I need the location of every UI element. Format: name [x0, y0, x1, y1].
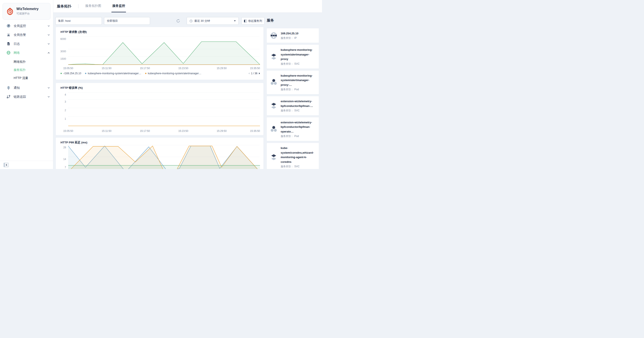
chart-canvas	[68, 83, 260, 135]
bell-icon	[6, 86, 11, 90]
sidebar-subitem-服务拓扑[interactable]: 服务拓扑	[0, 66, 53, 74]
x-axis-tick: 15:23:50	[178, 67, 188, 70]
service-card[interactable]: kube-system/coredns,whizard-monitoring-a…	[267, 143, 319, 169]
legend-next-icon[interactable]	[259, 72, 260, 74]
time-range-select[interactable]: 最近 30 分钟	[187, 17, 239, 25]
collapse-services-button[interactable]: 收起服务列	[242, 17, 264, 25]
sidebar-item-全局告警[interactable]: 全局告警	[0, 30, 53, 39]
chart-canvas	[68, 138, 260, 169]
service-name: extension-wiztelemetry-bpfconductor/bpfm…	[281, 120, 316, 134]
x-axis-tick: 15:11:50	[102, 129, 112, 132]
refresh-icon[interactable]	[176, 19, 180, 23]
service-type-value: IP	[294, 37, 297, 40]
y-axis-tick: 3	[56, 100, 66, 103]
x-axis-tick: 15:17:50	[140, 67, 150, 70]
alarm-icon	[6, 33, 11, 37]
legend-item[interactable]: kubesphere-monitoring-system/alertmanage…	[85, 72, 141, 75]
x-axis-tick: 15:29:50	[217, 67, 227, 70]
sidebar-nav: 全局监控全局告警日志网络网络拓扑服务拓扑HTTP 流量通知链路追踪	[0, 21, 53, 101]
sidebar-subitem-HTTP 流量[interactable]: HTTP 流量	[0, 74, 53, 82]
tab-service-monitoring[interactable]: 服务监控	[112, 0, 126, 12]
x-axis-tick: 15:23:50	[178, 129, 188, 132]
brand-card[interactable]: WizTelemetry 可观测平台	[2, 3, 50, 20]
chart-plot[interactable]	[68, 83, 260, 135]
x-axis-tick: 15:35:50	[250, 129, 260, 132]
services-panel-title: 服务	[267, 18, 274, 23]
sidebar-item-通知[interactable]: 通知	[0, 83, 53, 92]
sidebar-item-网络[interactable]: 网络	[0, 48, 53, 57]
y-axis-tick: 4	[56, 93, 66, 96]
service-card[interactable]: extension-wiztelemetry-bpfconductor/bpfm…	[267, 117, 319, 141]
sidebar-item-链路追踪[interactable]: 链路追踪	[0, 92, 53, 101]
x-axis-tick: 15:05:50	[63, 129, 73, 132]
chart-legend: -/169.254.25.10kubesphere-monitoring-sys…	[60, 72, 260, 75]
service-name: kubesphere-monitoring-system/alertmanage…	[281, 73, 316, 87]
sidebar-item-label: 网络	[14, 51, 20, 55]
service-name: kubesphere-monitoring-system/alertmanage…	[281, 48, 316, 61]
y-axis-tick: 14	[56, 158, 66, 161]
sidebar-subitem-网络拓扑[interactable]: 网络拓扑	[0, 58, 53, 66]
y-axis-tick: 2	[56, 109, 66, 112]
service-name: kube-system/coredns,whizard-monitoring-a…	[281, 146, 316, 164]
legend-page-indicator: 1 / 36	[251, 72, 258, 75]
ip-globe-icon	[270, 32, 278, 40]
service-type-label: 服务类型：	[281, 165, 294, 168]
sidebar-collapse-button[interactable]	[4, 162, 9, 167]
service-type-label: 服务类型：	[281, 88, 294, 91]
service-type: 服务类型：Pod	[281, 134, 316, 138]
x-axis-tick: 15:17:50	[140, 129, 150, 132]
project-select-value: 全部项目	[107, 19, 118, 23]
chevron-down-icon	[47, 34, 50, 36]
document-icon	[6, 42, 11, 46]
y-axis-tick: 1500	[56, 57, 66, 60]
svc-icon	[270, 153, 278, 161]
service-type-label: 服务类型：	[281, 37, 294, 40]
y-axis-tick: 28	[56, 146, 66, 149]
sidebar-item-label: 全局告警	[14, 33, 26, 37]
chart-plot[interactable]	[68, 138, 260, 169]
pod-icon	[270, 78, 278, 86]
service-type-label: 服务类型：	[281, 109, 294, 112]
legend-dot	[60, 73, 62, 74]
legend-items: -/169.254.25.10kubesphere-monitoring-sys…	[60, 72, 248, 75]
tab-service-topology-graph[interactable]: 服务拓扑图	[84, 0, 102, 12]
service-type-value: SVC	[294, 165, 300, 168]
sidebar-item-全局监控[interactable]: 全局监控	[0, 21, 53, 30]
sidebar-item-label: 通知	[14, 86, 20, 90]
trace-icon	[6, 95, 11, 99]
sidebar-footer	[0, 161, 53, 169]
chevron-down-icon	[47, 86, 50, 89]
x-axis-tick: 15:11:50	[102, 67, 112, 70]
chevron-down-icon	[47, 43, 50, 45]
sidebar-item-label: 日志	[14, 42, 20, 46]
project-select[interactable]: 全部项目	[104, 17, 150, 25]
service-type: 服务类型：Pod	[281, 88, 316, 91]
legend-label: kubesphere-monitoring-system/alertmanage…	[148, 72, 202, 75]
service-card[interactable]: kubesphere-monitoring-system/alertmanage…	[267, 71, 319, 94]
service-card[interactable]: extension-wiztelemetry-bpfconductor/bpfm…	[267, 96, 319, 115]
service-name: 169.254.25.10	[281, 31, 298, 36]
app: { "brand": { "title": "WizTelemetry", "s…	[0, 0, 322, 169]
clock-icon	[190, 20, 193, 23]
series-fill	[68, 165, 260, 169]
legend-dot	[145, 73, 146, 74]
sidebar-item-label: 全局监控	[14, 24, 26, 28]
cluster-select[interactable]: 集群: host	[56, 17, 102, 25]
legend-prev-icon[interactable]	[248, 72, 250, 74]
svc-icon	[270, 53, 278, 61]
legend-pager: 1 / 36	[248, 72, 260, 75]
legend-label: -/169.254.25.10	[63, 72, 81, 75]
service-card[interactable]: kubesphere-monitoring-system/alertmanage…	[267, 45, 319, 68]
y-axis-tick: 7	[56, 166, 66, 169]
service-card[interactable]: 169.254.25.10服务类型：IP	[267, 28, 319, 43]
sidebar-item-日志[interactable]: 日志	[0, 39, 53, 48]
service-type: 服务类型：SVC	[281, 109, 316, 112]
legend-item[interactable]: kubesphere-monitoring-system/alertmanage…	[145, 72, 202, 75]
services-list: 169.254.25.10服务类型：IPkubesphere-monitorin…	[267, 28, 319, 169]
brand-subtitle: 可观测平台	[16, 12, 38, 16]
legend-item[interactable]: -/169.254.25.10	[60, 72, 81, 75]
service-type: 服务类型：IP	[281, 36, 298, 40]
service-type: 服务类型：SVC	[281, 62, 316, 66]
sidebar-item-label: 链路追踪	[14, 95, 26, 99]
pod-icon	[270, 125, 278, 133]
